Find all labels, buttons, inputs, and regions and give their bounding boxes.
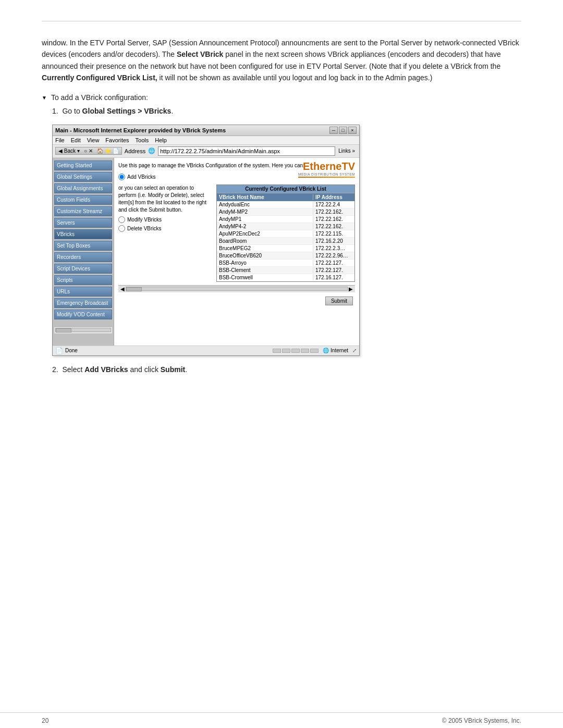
sidebar-item-scripts[interactable]: Scripts: [54, 275, 112, 285]
sidebar-item-vbricks[interactable]: VBricks: [54, 229, 112, 239]
h-scrollbar-track[interactable]: ◀ ▶: [118, 285, 355, 292]
nav-sidebar: Getting Started Global Settings Global A…: [53, 158, 114, 346]
table-row[interactable]: BSB-Clement172.22.127.: [217, 267, 354, 274]
menu-edit[interactable]: Edit: [71, 137, 81, 143]
sidebar-item-emergency-broadcast[interactable]: Emergency Broadcast: [54, 298, 112, 308]
scrollbar-thumb[interactable]: [56, 328, 71, 332]
browser-window-controls: ─ □ ×: [329, 127, 357, 134]
browser-menubar: File Edit View Favorites Tools Help: [53, 136, 359, 145]
content-area: EtherneTV MEDIA DISTRIBUTION SYSTEM Use …: [114, 158, 359, 346]
add-vbricks-radio[interactable]: [118, 174, 125, 180]
table-row[interactable]: AndyMP4-2172.22.162.: [217, 223, 354, 230]
intro-paragraph: window. In the ETV Portal Server, SAP (S…: [42, 37, 521, 84]
internet-label: Internet: [331, 348, 348, 353]
step1-label: Go to: [62, 107, 82, 115]
vbrick-ip: 172.22.115.: [313, 231, 352, 237]
copyright: © 2005 VBrick Systems, Inc.: [442, 717, 521, 724]
bullet-item: ▼ To add a VBrick configuration:: [42, 93, 521, 102]
zoom-icon: ⤢: [352, 348, 357, 353]
table-row[interactable]: AndyM-MP2172.22.162.: [217, 208, 354, 216]
vbrick-name: AndyM-MP2: [219, 209, 313, 215]
status-left: 📄 Done: [55, 347, 78, 354]
vbrick-ip: 172.22.2.3…: [313, 245, 352, 251]
h-scrollbar-inner: [126, 287, 348, 291]
vbrick-name: ApuMP2EncDec2: [219, 231, 313, 237]
delete-radio[interactable]: [118, 225, 125, 232]
nav-spacer: [54, 321, 112, 326]
table-row[interactable]: BoardRoom172.16.2.20: [217, 238, 354, 245]
sidebar-item-customize-streamz[interactable]: Customize Streamz: [54, 206, 112, 216]
table-row[interactable]: BSB-Cromwell172.16.127.: [217, 274, 354, 281]
sidebar-item-urls[interactable]: URLs: [54, 287, 112, 297]
links-button[interactable]: Links »: [337, 147, 357, 154]
sidebar-item-global-settings[interactable]: Global Settings: [54, 172, 112, 182]
logo-container: EtherneTV MEDIA DISTRIBUTION SYSTEM: [298, 161, 355, 178]
vbrick-ip: 172.22.2.4: [313, 202, 352, 207]
step-2: 2. Select Add VBricks and click Submit.: [42, 365, 521, 374]
menu-view[interactable]: View: [87, 137, 100, 143]
footer: 20 © 2005 VBrick Systems, Inc.: [0, 712, 563, 728]
table-row[interactable]: AndydualEnc172.22.2.4: [217, 201, 354, 208]
logo-text: EtherneTV: [303, 161, 355, 172]
sidebar-item-custom-fields[interactable]: Custom Fields: [54, 195, 112, 205]
close-btn[interactable]: ×: [348, 127, 357, 134]
logo-subtitle: MEDIA DISTRIBUTION SYSTEM: [298, 172, 355, 176]
vbrick-name: BoardRoom: [219, 238, 313, 244]
progress-bar-5: [310, 349, 319, 353]
menu-tools[interactable]: Tools: [136, 137, 149, 143]
nav-scrollbar[interactable]: [54, 326, 112, 334]
address-bar: Address 🌐 Links »: [125, 146, 357, 156]
delete-label: Delete VBricks: [127, 226, 162, 231]
sidebar-item-set-top-boxes[interactable]: Set Top Boxes: [54, 241, 112, 251]
table-row[interactable]: AndyMP1172.22.162.: [217, 216, 354, 223]
table-row[interactable]: ApuMP2EncDec2172.22.115.: [217, 230, 354, 238]
menu-file[interactable]: File: [55, 137, 65, 143]
vbrick-name: BruceOfficeVB620: [219, 253, 313, 258]
progress-bar-3: [291, 349, 300, 353]
sidebar-item-script-devices[interactable]: Script Devices: [54, 264, 112, 274]
logo-underline: [298, 177, 355, 178]
logo-tv: TV: [341, 161, 355, 172]
browser-titlebar: Main - Microsoft Internet Explorer provi…: [53, 125, 359, 136]
table-row[interactable]: BruceOfficeVB620172.22.2.96…: [217, 252, 354, 260]
scroll-left-btn[interactable]: ◀: [119, 286, 126, 292]
col-name: VBrick Host Name: [219, 194, 313, 200]
step2-text: and click: [128, 365, 161, 374]
minimize-btn[interactable]: ─: [329, 127, 338, 134]
submit-button[interactable]: Submit: [325, 297, 353, 305]
vbrick-table: Currently Configured VBrick List VBrick …: [216, 184, 355, 282]
sidebar-item-global-assignments[interactable]: Global Assignments: [54, 183, 112, 193]
modify-radio[interactable]: [118, 216, 125, 223]
menu-favorites[interactable]: Favorites: [105, 137, 129, 143]
sidebar-item-modify-vod[interactable]: Modify VOD Content: [54, 310, 112, 319]
sidebar-item-recorders[interactable]: Recorders: [54, 252, 112, 262]
sidebar-item-servers[interactable]: Servers: [54, 218, 112, 228]
menu-help[interactable]: Help: [155, 137, 167, 143]
back-button[interactable]: ◀ Back ▾ ○ ✕ 🏠 ⭐ 📄: [55, 147, 122, 155]
step1-bold: Global Settings > VBricks: [82, 107, 172, 115]
h-scrollbar: ◀ ▶: [118, 285, 355, 292]
content-columns: or you can select an operation to perfor…: [118, 184, 355, 282]
bold-configured-list: Currently Configured VBrick List,: [42, 73, 157, 82]
table-title: Currently Configured VBrick List: [217, 185, 354, 193]
table-header: VBrick Host Name IP Address: [217, 193, 354, 201]
scroll-right-btn[interactable]: ▶: [348, 286, 354, 292]
vbrick-ip: 172.16.127.: [313, 275, 352, 280]
vbrick-name: AndydualEnc: [219, 202, 313, 207]
vbrick-name: BSB-Arroyo: [219, 260, 313, 266]
left-column: or you can select an operation to perfor…: [118, 184, 212, 282]
address-label: Address: [125, 148, 145, 154]
table-row[interactable]: BSB-Arroyo172.22.127.: [217, 260, 354, 267]
vbrick-name: BSB-Cromwell: [219, 275, 313, 280]
h-scrollbar-thumb[interactable]: [126, 287, 142, 291]
progress-bar-1: [273, 349, 281, 353]
progress-bar-4: [301, 349, 309, 353]
table-row[interactable]: BruceMPEG2172.22.2.3…: [217, 245, 354, 252]
vbrick-name: BruceMPEG2: [219, 245, 313, 251]
vbrick-ip: 172.22.2.96…: [313, 253, 352, 258]
progress-bars: [273, 349, 319, 353]
vbrick-ip: 172.22.162.: [313, 209, 352, 215]
address-input[interactable]: [158, 146, 335, 156]
maximize-btn[interactable]: □: [339, 127, 347, 134]
sidebar-item-getting-started[interactable]: Getting Started: [54, 161, 112, 170]
